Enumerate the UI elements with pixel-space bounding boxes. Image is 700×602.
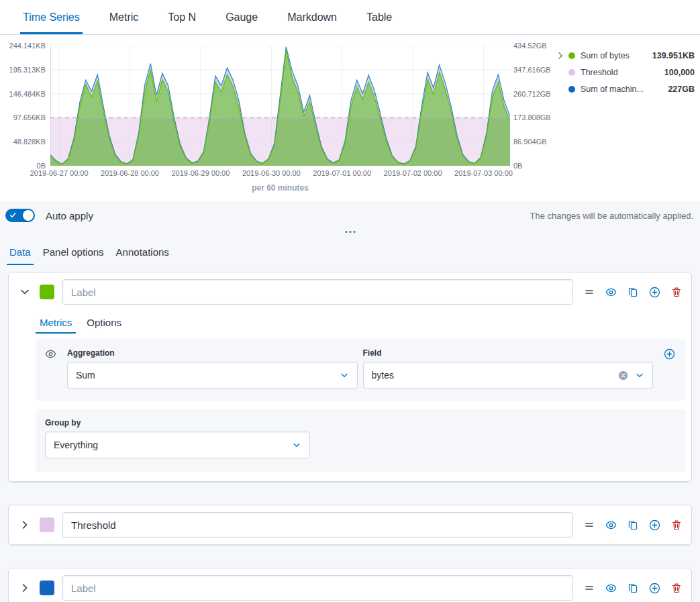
trash-icon [671,583,682,593]
collapse-series-button[interactable] [18,285,32,299]
legend-item[interactable]: Threshold 100,000 [568,64,695,81]
series-color-swatch[interactable] [40,581,54,595]
clone-series-button[interactable] [628,287,638,297]
field-combobox[interactable]: bytes [363,362,654,389]
auto-apply-row: Auto apply The changes will be automatic… [0,201,700,226]
copy-icon [628,287,638,297]
group-by-label: Group by [45,418,677,428]
toggle-series-visibility-button[interactable] [605,287,617,298]
axis-tick-label: 347.616GB [513,66,551,74]
chevron-down-icon [19,287,30,297]
tab-gauge[interactable]: Gauge [223,0,260,34]
axis-tick-label: 244.141KB [9,42,46,50]
tab-panel-options[interactable]: Panel options [40,239,107,265]
trash-icon [671,519,682,530]
tab-time-series[interactable]: Time Series [20,0,83,34]
add-series-button[interactable] [649,583,660,594]
axis-tick-label: 2019-06-27 00:00 [22,169,96,177]
legend-label: Sum of machin... [581,85,662,94]
clear-field-button[interactable] [618,370,628,381]
delete-series-button[interactable] [671,519,682,530]
tab-metric[interactable]: Metric [107,0,142,34]
field-label: Field [363,348,654,358]
axis-tick-label: 146.484KB [9,90,46,98]
y-axis-left-labels: 244.141KB195.313KB146.484KB97.656KB48.82… [0,46,46,166]
add-metric-button[interactable] [664,348,675,360]
x-axis-labels: 2019-06-27 00:002019-06-28 00:002019-06-… [50,169,510,179]
series-card-1: Metrics Options Aggregation Sum [8,272,692,482]
expand-series-button[interactable] [18,518,32,532]
sort-drag-button[interactable] [584,519,595,530]
visualization-type-tabs: Time Series Metric Top N Gauge Markdown … [0,0,700,35]
sort-drag-button[interactable] [584,287,595,297]
series-color-swatch[interactable] [40,517,54,532]
metric-visibility-button[interactable] [45,348,56,360]
delete-series-button[interactable] [671,583,682,593]
tab-top-n[interactable]: Top N [165,0,199,34]
series-label-input[interactable] [62,279,573,305]
editor-tabs: Data Panel options Annotations [0,239,700,265]
clone-series-button[interactable] [628,519,638,530]
legend-value: 227GB [668,85,695,94]
legend-collapse-button[interactable] [554,50,566,64]
axis-tick-label: 97.656KB [13,113,46,121]
axis-tick-label: 2019-07-03 00:00 [446,169,520,177]
drag-bars-icon [584,583,595,593]
drag-bars-icon [584,519,595,530]
clear-circle-icon [618,370,628,381]
axis-tick-label: 48.828KB [13,138,46,146]
series-label-input[interactable] [62,575,573,601]
toggle-thumb [23,210,34,221]
legend-item[interactable]: Sum of bytes 139.951KB [568,47,695,64]
chart-interval-caption: per 60 minutes [50,183,510,193]
time-series-chart[interactable] [50,46,510,166]
legend-label: Threshold [581,68,659,77]
copy-icon [628,519,638,530]
add-series-button[interactable] [649,287,660,298]
axis-tick-label: 86.904GB [513,138,547,146]
tab-data[interactable]: Data [7,239,34,265]
delete-series-button[interactable] [671,287,682,297]
series-color-dot [568,69,575,76]
sort-drag-button[interactable] [584,583,595,593]
eye-icon [605,583,617,594]
axis-tick-label: 2019-06-30 00:00 [234,169,308,177]
toggle-series-visibility-button[interactable] [605,519,617,531]
add-series-button[interactable] [649,519,660,531]
field-value: bytes [372,370,394,381]
series-subtabs: Metrics Options [36,311,691,334]
series-color-dot [568,52,575,59]
resize-drag-handle[interactable] [338,228,363,236]
series-color-swatch[interactable] [40,285,54,299]
auto-apply-toggle[interactable] [5,209,35,222]
eye-icon [605,519,617,531]
plus-in-circle-icon [649,287,660,298]
tab-annotations[interactable]: Annotations [113,239,172,265]
axis-tick-label: 260.712GB [513,90,551,98]
series-label-input[interactable] [62,512,573,538]
chart-legend: Sum of bytes 139.951KB Threshold 100,000… [568,47,695,97]
copy-icon [628,583,638,593]
clone-series-button[interactable] [628,583,638,593]
legend-value: 139.951KB [652,51,695,60]
tab-metrics[interactable]: Metrics [36,311,76,334]
tab-table[interactable]: Table [364,0,395,34]
dots-icon [344,230,356,234]
plus-in-circle-icon [649,519,660,531]
toggle-series-visibility-button[interactable] [605,583,617,594]
aggregation-select[interactable]: Sum [67,362,358,389]
legend-value: 100,000 [664,68,695,77]
tab-options[interactable]: Options [83,311,126,334]
chevron-down-icon [340,370,349,380]
axis-tick-label: 2019-07-01 00:00 [305,169,379,177]
auto-apply-label: Auto apply [46,210,93,221]
eye-icon [605,287,617,298]
expand-series-button[interactable] [18,581,32,595]
axis-tick-label: 2019-07-02 00:00 [376,169,450,177]
group-by-select[interactable]: Everything [45,432,310,458]
series-card-2 [8,505,692,545]
tab-markdown[interactable]: Markdown [285,0,340,34]
chevron-right-icon [19,583,30,593]
legend-item[interactable]: Sum of machin... 227GB [568,81,695,97]
chevron-down-icon [292,440,301,450]
